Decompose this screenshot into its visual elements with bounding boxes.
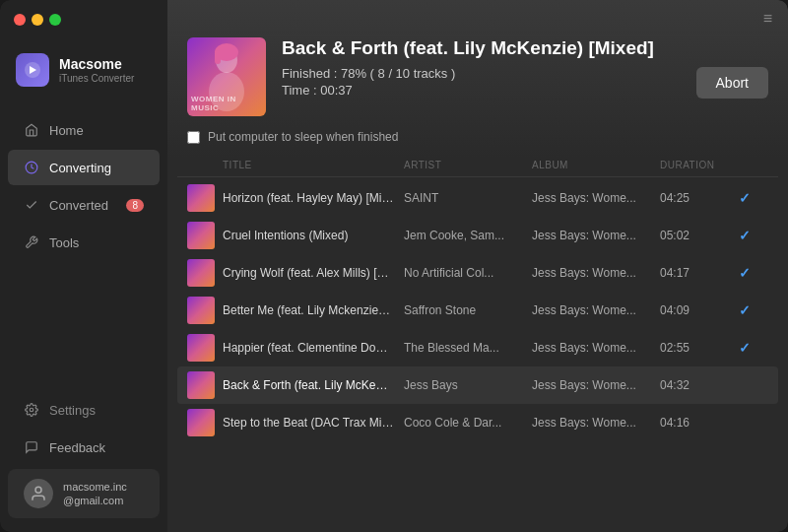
sidebar-label-converting: Converting [49, 161, 111, 175]
user-profile[interactable]: macsome.inc @gmail.com [8, 469, 160, 518]
converted-icon [24, 197, 39, 213]
track-album-3: Jess Bays: Wome... [532, 303, 660, 317]
track-title-0: Horizon (feat. Hayley May) [Mixed] [223, 191, 404, 205]
table-row[interactable]: Cruel Intentions (Mixed) Jem Cooke, Sam.… [177, 217, 778, 254]
track-title-1: Cruel Intentions (Mixed) [223, 229, 404, 242]
minimize-button[interactable] [32, 14, 43, 26]
window-controls[interactable] [14, 14, 61, 26]
track-album-5: Jess Bays: Wome... [532, 378, 660, 392]
sidebar-item-converted[interactable]: Converted 8 [8, 187, 160, 223]
user-email-line2: @gmail.com [63, 495, 123, 506]
sidebar-item-feedback[interactable]: Feedback [8, 430, 160, 465]
track-artist-5: Jess Bays [404, 378, 532, 392]
track-album-4: Jess Bays: Wome... [532, 341, 660, 355]
track-info: Back & Forth (feat. Lily McKenzie) [Mixe… [282, 37, 681, 98]
sidebar-label-feedback: Feedback [49, 440, 105, 455]
table-row[interactable]: Step to the Beat (DAC Trax Mix) [Mixed] … [177, 404, 778, 441]
now-playing-progress: Finished : 78% ( 8 / 10 tracks ) [282, 66, 681, 81]
sidebar-label-tools: Tools [49, 235, 79, 250]
track-list-header: TITLE ARTIST ALBUM DURATION [177, 154, 778, 177]
track-album-6: Jess Bays: Wome... [532, 416, 660, 430]
close-button[interactable] [14, 14, 26, 26]
converting-icon [24, 160, 39, 175]
track-artist-4: The Blessed Ma... [404, 341, 532, 355]
app-subtitle: iTunes Converter [59, 73, 134, 84]
col-thumb [187, 160, 223, 170]
col-duration: DURATION [660, 160, 739, 170]
sidebar: Macsome iTunes Converter Home Convert [0, 0, 167, 532]
track-artist-2: No Artificial Col... [404, 266, 532, 280]
col-title: TITLE [223, 160, 404, 170]
track-duration-6: 04:16 [660, 416, 739, 430]
album-art-text: WOMEN INMUSIC [191, 95, 236, 112]
sidebar-label-home: Home [49, 123, 84, 138]
now-playing-time: Time : 00:37 [282, 83, 681, 98]
sleep-checkbox-label: Put computer to sleep when finished [208, 130, 398, 144]
menu-icon[interactable]: ≡ [763, 10, 772, 28]
track-duration-1: 05:02 [660, 229, 739, 242]
tools-icon [24, 234, 39, 250]
feedback-icon [24, 439, 39, 455]
track-title-4: Happier (feat. Clementine Douglas) [... [223, 341, 404, 355]
track-album-2: Jess Bays: Wome... [532, 266, 660, 280]
sidebar-bottom: Settings Feedback macsome.inc @gmail.com [0, 380, 167, 532]
table-row[interactable]: Happier (feat. Clementine Douglas) [... … [177, 329, 778, 366]
track-artist-0: SAINT [404, 191, 532, 205]
sidebar-nav: Home Converting Converted 8 [0, 110, 167, 380]
col-artist: ARTIST [404, 160, 532, 170]
header-bar: ≡ [167, 0, 788, 28]
table-row[interactable]: Crying Wolf (feat. Alex Mills) [Mixed] N… [177, 254, 778, 292]
track-thumb-1 [187, 222, 223, 249]
user-email: macsome.inc @gmail.com [63, 480, 127, 508]
track-title-6: Step to the Beat (DAC Trax Mix) [Mixed] [223, 416, 404, 430]
table-row[interactable]: Horizon (feat. Hayley May) [Mixed] SAINT… [177, 179, 778, 217]
track-artist-3: Saffron Stone [404, 303, 532, 317]
sidebar-item-settings[interactable]: Settings [8, 392, 160, 428]
track-check-4: ✓ [739, 340, 768, 356]
settings-icon [24, 402, 39, 418]
track-thumb-0 [187, 184, 223, 212]
track-check-3: ✓ [739, 302, 768, 318]
now-playing: WOMEN INMUSIC Back & Forth (feat. Lily M… [167, 28, 788, 130]
sidebar-label-settings: Settings [49, 403, 96, 418]
sleep-checkbox-input[interactable] [187, 131, 200, 144]
sidebar-label-converted: Converted [49, 198, 108, 213]
track-thumb-2 [187, 259, 223, 287]
avatar [24, 479, 53, 508]
track-rows: Horizon (feat. Hayley May) [Mixed] SAINT… [177, 179, 778, 441]
table-row[interactable]: Back & Forth (feat. Lily McKenzie) [Mi..… [177, 366, 778, 404]
track-duration-0: 04:25 [660, 191, 739, 205]
app-header: Macsome iTunes Converter [0, 35, 167, 102]
track-check-2: ✓ [739, 265, 768, 281]
home-icon [24, 122, 39, 138]
user-email-line1: macsome.inc [63, 481, 127, 493]
track-list: TITLE ARTIST ALBUM DURATION Horizon (fea… [167, 154, 788, 532]
track-check-1: ✓ [739, 228, 768, 243]
track-thumb-4 [187, 334, 223, 362]
abort-button[interactable]: Abort [696, 67, 768, 99]
sleep-checkbox-row: Put computer to sleep when finished [167, 130, 788, 154]
sidebar-item-tools[interactable]: Tools [8, 225, 160, 260]
track-album-1: Jess Bays: Wome... [532, 229, 660, 242]
app-name: Macsome [59, 56, 134, 73]
sidebar-item-home[interactable]: Home [8, 112, 160, 148]
app-logo [16, 53, 49, 87]
converted-badge: 8 [126, 199, 144, 212]
track-thumb-6 [187, 409, 223, 436]
track-title-3: Better Me (feat. Lily Mckenzie) [Mixed] [223, 303, 404, 317]
track-thumb-5 [187, 371, 223, 399]
main-content: ≡ WOMEN INMUSIC Back & Forth (feat. Lily… [167, 0, 788, 532]
app-title-wrap: Macsome iTunes Converter [59, 56, 134, 84]
sidebar-item-converting[interactable]: Converting [8, 150, 160, 185]
album-art: WOMEN INMUSIC [187, 37, 266, 116]
track-album-0: Jess Bays: Wome... [532, 191, 660, 205]
svg-point-2 [30, 408, 33, 412]
table-row[interactable]: Better Me (feat. Lily Mckenzie) [Mixed] … [177, 292, 778, 329]
svg-rect-6 [215, 50, 221, 64]
now-playing-title: Back & Forth (feat. Lily McKenzie) [Mixe… [282, 37, 681, 60]
track-duration-5: 04:32 [660, 378, 739, 392]
track-artist-1: Jem Cooke, Sam... [404, 229, 532, 242]
track-duration-3: 04:09 [660, 303, 739, 317]
track-thumb-3 [187, 297, 223, 324]
maximize-button[interactable] [49, 14, 61, 26]
